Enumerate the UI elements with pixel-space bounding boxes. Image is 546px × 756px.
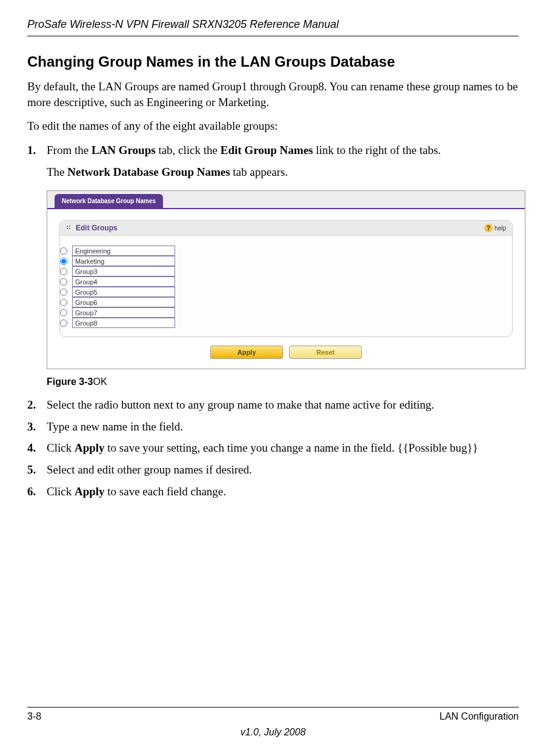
step-6: Click Apply to save each field change. [27, 484, 519, 500]
content-area: Edit Groups ? help [47, 209, 525, 369]
group-radio-4[interactable] [60, 278, 67, 286]
step-1: From the LAN Groups tab, click the Edit … [27, 142, 519, 179]
section-name: LAN Configuration [439, 711, 519, 722]
group-radio-2[interactable] [60, 258, 67, 265]
screenshot: Network Database Group Names Edit Groups… [47, 190, 525, 369]
group-name-input-3[interactable] [72, 266, 175, 276]
group-name-input-2[interactable] [72, 256, 175, 266]
page-header: ProSafe Wireless-N VPN Firewall SRXN3205… [27, 18, 519, 36]
group-radio-3[interactable] [60, 268, 67, 275]
group-row [60, 246, 512, 256]
group-radio-7[interactable] [60, 309, 67, 316]
edit-groups-panel: Edit Groups ? help [59, 220, 513, 337]
button-bar: Apply Reset [59, 346, 513, 359]
group-radio-1[interactable] [60, 247, 67, 255]
tab-bar: Network Database Group Names [47, 191, 525, 209]
section-title: Changing Group Names in the LAN Groups D… [27, 53, 519, 70]
page-footer: 3-8 LAN Configuration v1.0, July 2008 [27, 707, 519, 738]
step-1-sub: The Network Database Group Names tab app… [47, 164, 519, 180]
group-name-input-1[interactable] [72, 246, 175, 256]
group-row [60, 266, 512, 276]
group-row [60, 307, 512, 318]
group-radio-5[interactable] [60, 289, 67, 296]
group-row [60, 297, 512, 307]
group-name-input-5[interactable] [72, 287, 175, 297]
group-row [60, 287, 512, 297]
group-name-input-7[interactable] [72, 307, 175, 318]
figure-caption: Figure 3-3OK [47, 376, 519, 387]
help-icon: ? [484, 224, 493, 232]
step-4: Click Apply to save your setting, each t… [27, 440, 519, 456]
apply-button[interactable]: Apply [210, 346, 283, 359]
groups-table [60, 246, 512, 328]
help-link[interactable]: ? help [484, 224, 506, 232]
panel-header: Edit Groups ? help [60, 221, 512, 236]
reset-button[interactable]: Reset [289, 346, 362, 359]
group-name-input-6[interactable] [72, 297, 175, 307]
group-row [60, 276, 512, 287]
intro-paragraph-1: By default, the LAN Groups are named Gro… [27, 79, 519, 110]
page-number: 3-8 [27, 711, 41, 722]
group-name-input-8[interactable] [72, 318, 175, 328]
version-date: v1.0, July 2008 [27, 727, 519, 738]
group-radio-8[interactable] [60, 319, 67, 327]
active-tab[interactable]: Network Database Group Names [55, 194, 163, 208]
group-row [60, 318, 512, 328]
step-2: Select the radio button next to any grou… [27, 397, 519, 413]
group-name-input-4[interactable] [72, 276, 175, 287]
intro-paragraph-2: To edit the names of any of the eight av… [27, 118, 519, 134]
group-radio-6[interactable] [60, 299, 67, 306]
drag-handle-icon [66, 225, 72, 231]
step-5: Select and edit other group names if des… [27, 462, 519, 478]
step-3: Type a new name in the field. [27, 419, 519, 435]
group-row [60, 256, 512, 266]
panel-title: Edit Groups [66, 224, 118, 232]
figure-container: Network Database Group Names Edit Groups… [47, 190, 519, 387]
